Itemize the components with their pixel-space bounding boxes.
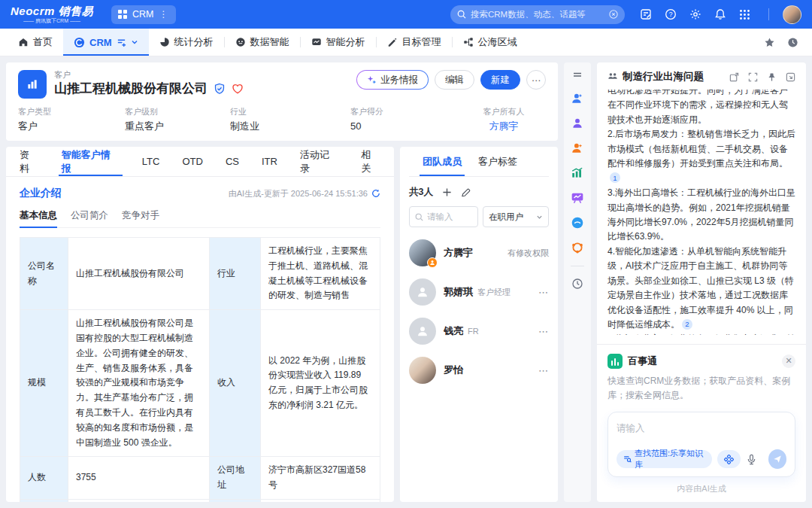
citation-ref-badge[interactable]: 1 [610, 172, 620, 183]
sales-trend-icon[interactable] [571, 166, 584, 180]
user-avatar[interactable] [783, 5, 801, 24]
member-row[interactable]: 方腾宇 有修改权限 [409, 239, 549, 266]
ai-paragraph: 5.头部企业主导行业整合：行业集中度提升，前五家电动工程机械企业市占率超75%。… [607, 332, 795, 335]
send-button[interactable] [768, 449, 786, 469]
tab-itr[interactable]: ITR [262, 147, 277, 176]
citation-ref-badge[interactable]: 2 [682, 319, 692, 330]
member-more-icon[interactable]: ⋯ [538, 287, 549, 298]
member-row[interactable]: 罗怡 ⋯ [409, 357, 549, 384]
ai-disclaimer: 内容由AI生成 [607, 483, 795, 494]
team-panel: 团队成员 客户标签 共3人 在职用户 [400, 147, 558, 502]
member-status-filter[interactable]: 在职用户 [483, 206, 549, 227]
home-icon [18, 37, 29, 47]
refresh-icon[interactable] [371, 189, 380, 198]
edit-button[interactable]: 编辑 [435, 70, 474, 90]
chat-assistant-icon[interactable] [571, 216, 584, 230]
assistant-description: 快速查询CRM业务数据；获取产品资料、案例库；搜索全网信息。 [607, 374, 795, 403]
chat-input[interactable] [617, 423, 786, 433]
customer-header-card: 客户 山推工程机械股份有限公司 业务情报 编辑 新建 ⋯ [6, 62, 558, 141]
create-button[interactable]: 新建 [480, 70, 520, 90]
favorite-star-icon[interactable] [764, 37, 775, 48]
favorite-heart-icon[interactable] [232, 83, 244, 95]
nav-home[interactable]: 首页 [8, 29, 63, 56]
tab-otd[interactable]: OTD [182, 147, 202, 176]
member-avatar [409, 239, 436, 266]
sales-assistant-icon[interactable] [571, 92, 584, 105]
table-row: 人数 3755 公司地址 济宁市高新区327国道58号 [20, 457, 380, 500]
nav-data-intelligence[interactable]: 数据智能 [225, 29, 300, 56]
notifications-bell-icon[interactable] [714, 8, 726, 20]
chat-input-box[interactable]: 查找范围:乐享知识库 [607, 412, 795, 477]
pin-icon[interactable] [767, 72, 777, 82]
tab-ltc[interactable]: LTC [142, 147, 160, 176]
logo-text: Neocrm 销售易 [11, 5, 93, 17]
owner-link[interactable]: 方腾宇 [462, 119, 546, 134]
edit-members-icon[interactable] [461, 187, 471, 197]
member-more-icon[interactable]: ⋯ [538, 365, 549, 376]
history-clock-icon[interactable] [787, 37, 798, 48]
ai-topic-title: 制造行业出海问题 [623, 70, 704, 84]
tab-profile[interactable]: 资料 [20, 147, 39, 176]
fullscreen-icon[interactable] [748, 72, 758, 82]
notes-icon[interactable] [640, 8, 652, 20]
settings-gear-icon[interactable] [689, 8, 701, 20]
subtab-competitors[interactable]: 竞争对手 [122, 209, 159, 227]
member-search-input[interactable] [427, 212, 472, 221]
menu-icon[interactable] [572, 70, 583, 81]
open-new-window-icon[interactable] [729, 72, 739, 82]
topic-icon [607, 71, 618, 82]
member-permission: 有修改权限 [508, 248, 549, 259]
help-icon[interactable]: ? [665, 8, 677, 20]
business-intel-button[interactable]: 业务情报 [356, 70, 429, 90]
pie-chart-icon [159, 37, 170, 47]
member-search[interactable] [409, 206, 478, 227]
member-more-icon[interactable]: ⋯ [538, 326, 549, 337]
history-icon[interactable] [571, 278, 583, 290]
tab-activity[interactable]: 活动记录 [300, 147, 338, 176]
more-vertical-icon[interactable]: ⋮ [159, 9, 169, 20]
tab-cs[interactable]: CS [226, 147, 239, 176]
nav-goal-management[interactable]: 目标管理 [377, 29, 452, 56]
skills-icon[interactable] [717, 450, 741, 468]
microphone-icon[interactable] [746, 454, 757, 465]
search-scope-pill[interactable]: 查找范围:乐享知识库 [617, 450, 712, 468]
field-customer-owner: 客户所有人方腾宇 [462, 105, 546, 133]
ai-generated-note: 由AI生成-更新于 2025-06-24 15:51:36 [229, 188, 368, 199]
global-search[interactable] [450, 5, 625, 24]
member-row[interactable]: 钱亮 FR ⋯ [409, 318, 549, 345]
chevron-down-icon[interactable] [131, 38, 138, 46]
collapse-panel-icon[interactable] [786, 72, 795, 82]
add-member-icon[interactable] [442, 187, 452, 197]
report-board-icon[interactable] [571, 191, 584, 205]
apps-grid-icon[interactable] [739, 9, 750, 20]
member-avatar [409, 357, 436, 384]
subtab-basic-info[interactable]: 基本信息 [20, 209, 57, 227]
org-tree-icon [463, 37, 474, 47]
subtab-company-profile[interactable]: 公司简介 [71, 209, 108, 227]
tab-smart-intel[interactable]: 智能客户情报 [62, 147, 120, 176]
customer-insight-icon[interactable] [571, 117, 584, 130]
svg-text:?: ? [669, 11, 673, 18]
table-row: 官网链接 http://www.shantui.com/ 联系方式 0537-2… [20, 499, 380, 502]
app-switcher-button[interactable]: CRM ⋮ [111, 5, 175, 24]
nav-public-pool[interactable]: 公海区域 [453, 29, 528, 56]
lead-assistant-icon[interactable] [571, 141, 584, 155]
member-avatar [409, 318, 436, 345]
verified-badge-icon[interactable] [214, 83, 226, 95]
member-row[interactable]: 郭婧琪 客户经理 ⋯ [409, 278, 549, 306]
tab-customer-tags[interactable]: 客户标签 [478, 147, 517, 176]
more-actions-button[interactable]: ⋯ [526, 70, 546, 90]
network-icon[interactable] [571, 241, 584, 254]
close-icon[interactable]: ✕ [782, 354, 795, 368]
global-search-input[interactable] [471, 10, 604, 19]
ai-assistant-panel: 制造行业出海问题 电动化渗透率开始提升。同时，为了满足客户在不同作业环境下的需求… [597, 62, 806, 502]
clear-search-icon[interactable] [609, 10, 618, 19]
goal-management-icon [387, 37, 398, 47]
nav-crm[interactable]: CRM [63, 29, 149, 56]
tab-related[interactable]: 相关 [361, 147, 380, 176]
list-add-icon[interactable] [117, 38, 126, 47]
nav-analytics[interactable]: 统计分析 [149, 29, 224, 56]
nav-smart-analysis[interactable]: 智能分析 [301, 29, 376, 56]
search-icon [415, 213, 423, 221]
tab-team-members[interactable]: 团队成员 [423, 147, 462, 176]
